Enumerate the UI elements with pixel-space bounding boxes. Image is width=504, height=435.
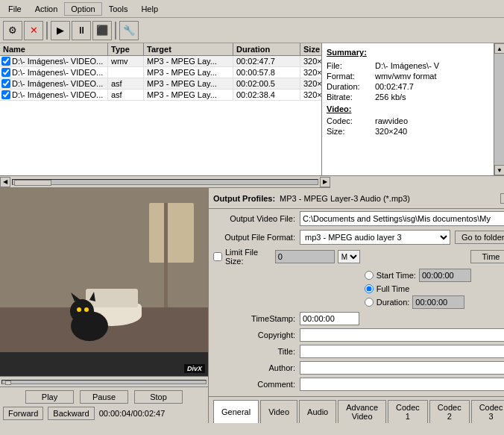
right-panel: Output Profiles: MP3 - MPEG Layer-3 Audi… [209,188,504,423]
table-row[interactable]: D:\- Imágenes\- VIDEO... MP3 - MPEG Lay.… [0,67,321,78]
stop-button[interactable]: Stop [134,390,183,404]
limit-time-row: Limit File Size: MB Time [209,246,504,267]
goto-folder-button[interactable]: Go to folder [455,231,504,244]
start-time-input[interactable] [419,269,471,282]
file-cell-type [108,67,144,78]
col-type: Type [108,43,144,55]
col-name: Name [0,43,108,55]
tab-advance-video[interactable]: Advance Video [338,400,386,423]
menu-help[interactable]: Help [134,2,165,16]
toolbar-add-btn[interactable]: ⚙ [3,21,22,40]
col-size: Size [300,43,322,55]
menu-action[interactable]: Action [28,2,65,16]
time-options-row: Start Time: Full Time Duration: [209,267,504,310]
bottom-section: DivX Play Pause Stop Forward Backward 00… [0,188,504,423]
table-row[interactable]: D:\- Imágenes\- VIDEO... wmv MP3 - MPEG … [0,56,321,67]
tab-codec2[interactable]: Codec 2 [429,400,470,423]
toolbar-pause-btn[interactable]: ⏸ [72,21,91,40]
hscroll-left-btn[interactable]: ◀ [0,177,10,187]
forward-button[interactable]: Forward [3,407,43,420]
toolbar-settings-btn[interactable]: 🔧 [119,21,139,40]
timestamp-input[interactable] [300,312,359,325]
output-format-select[interactable]: mp3 - MPEG audio layer 3 [300,230,450,245]
summary-bitrate-value: 256 kb/s [375,93,489,101]
comment-row: Comment: [209,376,504,392]
limit-size-label: Limit File Size: [225,248,272,266]
table-row[interactable]: D:\- Imágenes\- VIDEO... asf MP3 - MPEG … [0,90,321,101]
play-button[interactable]: Play [25,390,74,404]
output-video-label: Output Video File: [213,214,295,223]
file-list-header: Name Type Target Duration Size [0,43,321,56]
output-profiles-value: MP3 - MPEG Layer-3 Audio (*.mp3) [280,194,410,203]
hscroll-track[interactable] [12,179,318,185]
duration-input[interactable] [412,295,464,309]
svg-point-10 [77,307,81,312]
title-input[interactable] [300,345,504,358]
toolbar-play-btn[interactable]: ▶ [51,21,70,40]
video-seek[interactable] [0,376,208,387]
output-video-input[interactable] [300,211,504,226]
duration-radio[interactable] [365,298,374,307]
file-cell-name: D:\- Imágenes\- VIDEO... [0,78,108,89]
hscroll-thumb[interactable] [14,180,51,186]
col-target: Target [144,43,233,55]
svg-rect-12 [149,203,194,263]
controls-row1: Play Pause Stop [3,390,205,404]
video-content [0,188,208,352]
file-cell-type: asf [108,78,144,89]
output-profiles-label: Output Profiles: [213,194,275,203]
file-list-hscroll[interactable]: ◀ ▶ [0,176,330,188]
comment-input[interactable] [300,378,504,391]
size-unit-select[interactable]: MB [338,250,360,263]
backward-button[interactable]: Backward [48,407,94,420]
menubar: File Action Option Tools Help [0,0,504,18]
timestamp-label: TimeStamp: [213,314,295,323]
scroll-down-btn[interactable]: ▼ [494,165,504,175]
author-label: Author: [213,363,295,372]
title-row: Title: [209,343,504,360]
summary-scrollbar[interactable]: ▲ ▼ [494,43,504,175]
file-cell-name: D:\- Imágenes\- VIDEO... [0,90,108,100]
svg-rect-13 [164,203,168,307]
timestamp-row: TimeStamp: [209,310,504,327]
toolbar-stop-btn[interactable]: ⬛ [92,21,112,40]
full-time-radio[interactable] [365,284,374,293]
file-cell-size: 320× [300,67,322,78]
summary-codec-value: rawvideo [375,116,489,125]
start-time-radio[interactable] [365,271,374,280]
full-time-label: Full Time [377,284,410,293]
tab-general[interactable]: General [213,400,259,423]
menu-file[interactable]: File [1,2,28,16]
table-row[interactable]: D:\- Imágenes\- VIDEO... asf MP3 - MPEG … [0,78,321,90]
author-input[interactable] [300,361,504,375]
pause-button[interactable]: Pause [80,390,128,404]
time-button[interactable]: Time [470,250,504,263]
output-video-file-row: Output Video File: [209,209,504,228]
summary-bitrate-label: Bitrate: [327,93,375,101]
summary-codec-label: Codec: [327,116,375,125]
limit-size-checkbox[interactable] [213,252,222,261]
seek-track[interactable] [1,380,207,384]
tab-codec3[interactable]: Codec 3 [471,400,504,423]
profiles-scroll-btn[interactable]: ▼ [500,193,504,204]
tab-audio[interactable]: Audio [299,400,336,423]
scroll-track[interactable] [494,54,504,165]
output-file-format-row: Output File Format: mp3 - MPEG audio lay… [209,228,504,246]
file-list[interactable]: Name Type Target Duration Size D:\- Imág… [0,43,322,175]
author-row: Author: [209,360,504,376]
file-cell-size: 320× [300,56,322,66]
limit-size-input[interactable] [275,250,335,263]
summary-file-value: D:\- Imágenes\- V [375,61,489,70]
toolbar-remove-btn[interactable]: ✕ [24,21,43,40]
tab-codec1[interactable]: Codec 1 [388,400,428,423]
copyright-input[interactable] [300,328,504,342]
summary-format-value: wmv/wmv format [375,72,489,81]
file-cell-size: 320× [300,90,322,100]
summary-title: Summary: [327,48,489,57]
scroll-up-btn[interactable]: ▲ [494,43,504,54]
menu-tools[interactable]: Tools [102,2,135,16]
menu-option[interactable]: Option [64,2,101,16]
hscroll-right-btn[interactable]: ▶ [320,177,330,187]
seek-thumb[interactable] [5,381,11,385]
tab-video[interactable]: Video [260,400,297,423]
